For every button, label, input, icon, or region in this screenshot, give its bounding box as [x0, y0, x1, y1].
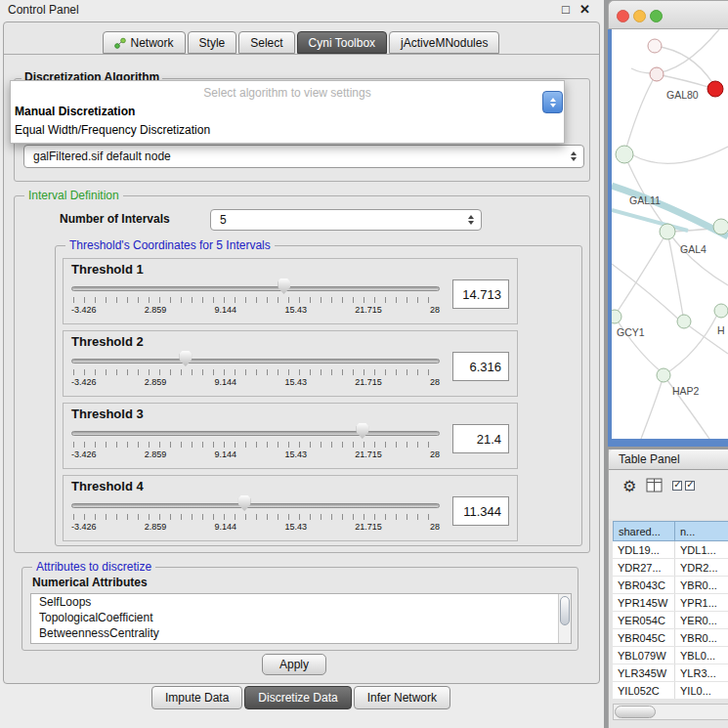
- table-row[interactable]: YBL079W YBL0...: [613, 647, 728, 664]
- zoom-traffic-light-icon[interactable]: [650, 10, 663, 22]
- tab-network[interactable]: Network: [103, 31, 186, 54]
- scale-label: 2.859: [145, 305, 167, 315]
- attributes-group-title: Attributes to discretize: [32, 560, 155, 574]
- table-panel-titlebar: Table Panel: [609, 450, 728, 470]
- apply-button[interactable]: Apply: [262, 654, 326, 675]
- network-canvas[interactable]: GAL80 GAL11 GAL4 GCY1 HAP2 H: [612, 29, 728, 439]
- threshold-1-slider[interactable]: -3.4262.8599.14415.4321.71528: [71, 278, 440, 319]
- network-node[interactable]: [677, 315, 691, 328]
- tab-discretize-data[interactable]: Discretize Data: [244, 686, 351, 709]
- network-node[interactable]: [616, 146, 633, 163]
- slider-thumb[interactable]: [179, 351, 192, 366]
- table-row[interactable]: YPR145W YPR1...: [613, 594, 728, 612]
- list-item[interactable]: SelfLoops: [31, 594, 571, 610]
- float-window-icon[interactable]: □: [562, 2, 570, 17]
- network-node-selected-red[interactable]: [707, 81, 723, 97]
- select-columns-icons[interactable]: [672, 481, 695, 491]
- cell-shared-name: YLR345W: [613, 664, 675, 681]
- table-data-value: galFiltered.sif default node: [33, 150, 171, 163]
- scale-label: 15.43: [284, 305, 307, 315]
- gear-icon[interactable]: ⚙: [622, 478, 636, 495]
- close-window-icon[interactable]: ✕: [579, 2, 590, 17]
- numerical-attributes-label: Numerical Attributes: [32, 576, 148, 589]
- threshold-2-value[interactable]: 6.316: [452, 352, 509, 381]
- node-label: GCY1: [617, 326, 645, 338]
- network-view-window: GAL80 GAL11 GAL4 GCY1 HAP2 H: [608, 0, 728, 447]
- table-row[interactable]: YBR043C YBR0...: [613, 577, 728, 594]
- number-of-intervals-value: 5: [220, 213, 227, 227]
- minimize-traffic-light-icon[interactable]: [633, 10, 646, 22]
- algorithm-placeholder-option[interactable]: Select algorithm to view settings: [11, 81, 564, 103]
- list-item[interactable]: BetweennessCentrality: [31, 625, 571, 641]
- table-columns-icon[interactable]: [646, 478, 663, 492]
- network-window-titlebar[interactable]: [608, 0, 728, 29]
- network-node[interactable]: [612, 310, 621, 323]
- network-node[interactable]: [650, 67, 664, 81]
- tab-impute-data[interactable]: Impute Data: [151, 686, 242, 709]
- tab-label: Select: [250, 36, 282, 50]
- scale-label: 15.43: [284, 522, 307, 532]
- close-traffic-light-icon[interactable]: [617, 10, 629, 22]
- table-row[interactable]: YIL052C YIL0...: [613, 682, 728, 700]
- table-row[interactable]: YER054C YER0...: [613, 612, 728, 629]
- table-data-combobox[interactable]: galFiltered.sif default node: [23, 145, 584, 168]
- numerical-attributes-list[interactable]: SelfLoops TopologicalCoefficient Between…: [30, 593, 572, 644]
- table-toolbar: ⚙: [609, 470, 728, 519]
- slider-scale: -3.4262.8599.14415.4321.71528: [71, 305, 440, 315]
- cell-name: YDR2...: [675, 559, 728, 576]
- algorithm-option-manual[interactable]: Manual Discretization: [11, 103, 564, 121]
- scrollbar-thumb[interactable]: [560, 596, 570, 625]
- threshold-1-panel: Threshold 1 -3.4262.8599.14415.4321.7152…: [63, 258, 518, 324]
- node-table: shared... n... YDL19... YDL1... YDR27...…: [613, 521, 728, 700]
- thresholds-group-title: Threshold's Coordinates for 5 Intervals: [65, 238, 275, 252]
- number-of-intervals-combobox[interactable]: 5: [210, 209, 482, 231]
- horizontal-scrollbar[interactable]: [613, 704, 728, 720]
- checkbox-icon[interactable]: [685, 481, 695, 491]
- threshold-1-value[interactable]: 14.713: [452, 279, 509, 309]
- scale-label: 9.144: [215, 305, 237, 315]
- threshold-2-panel: Threshold 2 -3.4262.8599.14415.4321.7152…: [63, 330, 518, 397]
- threshold-3-slider[interactable]: -3.4262.8599.14415.4321.71528: [71, 422, 440, 463]
- threshold-3-panel: Threshold 3 -3.4262.8599.14415.4321.7152…: [63, 403, 518, 469]
- threshold-4-value[interactable]: 11.344: [452, 496, 509, 526]
- network-icon: [114, 37, 126, 49]
- network-node[interactable]: [714, 304, 728, 318]
- network-node[interactable]: [657, 368, 670, 382]
- slider-track: [71, 431, 440, 436]
- table-row[interactable]: YBR045C YBR0...: [613, 629, 728, 647]
- node-label: GAL4: [680, 243, 707, 255]
- scale-label: 9.144: [215, 377, 237, 387]
- table-row[interactable]: YLR345W YLR3...: [613, 664, 728, 682]
- table-row[interactable]: YDL19... YDL1...: [613, 541, 728, 559]
- algorithm-combo-arrow-button[interactable]: [542, 91, 563, 113]
- slider-thumb[interactable]: [238, 495, 251, 511]
- network-node[interactable]: [660, 224, 675, 239]
- slider-thumb[interactable]: [356, 423, 368, 439]
- threshold-2-slider[interactable]: -3.4262.8599.14415.4321.71528: [71, 350, 440, 391]
- table-header-row: shared... n...: [613, 521, 728, 541]
- scale-label: 15.43: [284, 450, 307, 459]
- tab-jactivemodules[interactable]: jActiveMNodules: [389, 31, 499, 54]
- network-node[interactable]: [713, 219, 728, 235]
- tab-cyni-toolbox[interactable]: Cyni Toolbox: [297, 31, 387, 54]
- slider-thumb[interactable]: [278, 278, 290, 294]
- scrollbar-thumb[interactable]: [615, 706, 656, 718]
- algorithm-option-equal-width[interactable]: Equal Width/Frequency Discretization: [11, 121, 564, 140]
- table-row[interactable]: YDR27... YDR2...: [613, 559, 728, 577]
- column-header-name[interactable]: n...: [675, 521, 728, 541]
- network-node[interactable]: [648, 39, 662, 53]
- slider-ticks: [73, 514, 438, 520]
- tab-select[interactable]: Select: [238, 31, 294, 54]
- threshold-3-value[interactable]: 21.4: [452, 424, 509, 453]
- threshold-4-slider[interactable]: -3.4262.8599.14415.4321.71528: [71, 494, 440, 535]
- window-title: Control Panel: [8, 3, 79, 17]
- tab-infer-network[interactable]: Infer Network: [354, 686, 450, 709]
- list-scrollbar[interactable]: [558, 594, 571, 643]
- tab-style[interactable]: Style: [188, 31, 237, 54]
- slider-track: [71, 503, 440, 508]
- cell-shared-name: YPR145W: [613, 594, 675, 611]
- list-item[interactable]: TopologicalCoefficient: [31, 610, 571, 625]
- checkbox-icon[interactable]: [672, 481, 682, 491]
- scale-label: 21.715: [355, 377, 382, 387]
- column-header-shared-name[interactable]: shared...: [613, 521, 675, 541]
